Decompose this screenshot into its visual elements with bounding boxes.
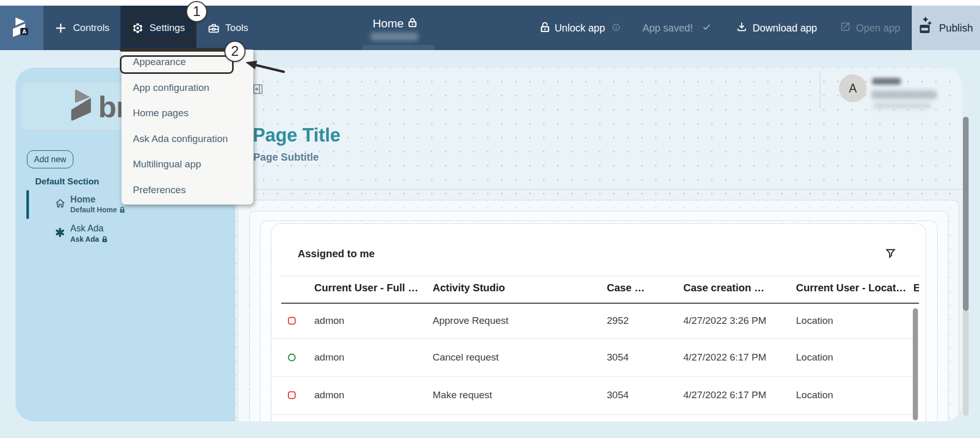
download-app-button[interactable]: Download app <box>736 6 817 50</box>
section-title: Default Section <box>35 177 99 187</box>
cell-location: Location <box>796 352 833 363</box>
collapse-sidebar-icon[interactable] <box>253 84 263 96</box>
cell-case: 3054 <box>607 352 629 363</box>
publish-icon <box>919 17 933 36</box>
filter-icon[interactable] <box>885 248 896 261</box>
cell-activity: Approve Request <box>433 315 509 326</box>
open-app-button[interactable]: Open app <box>840 6 900 50</box>
sidebar-item-home-subtitle: Default Home <box>70 206 125 214</box>
cell-user: admon <box>314 352 344 363</box>
lock-icon <box>119 207 125 213</box>
sidebar-item-subtitle-text: Ask Ada <box>70 235 99 243</box>
lock-open-icon <box>541 22 549 35</box>
table-scrollbar-thumb[interactable] <box>913 308 918 420</box>
cell-activity: Make request <box>433 389 492 401</box>
column-header[interactable]: Case … <box>607 282 645 294</box>
step2-highlight-band <box>120 48 234 52</box>
svg-text:A: A <box>22 28 26 35</box>
status-icon <box>288 317 296 325</box>
menu-item[interactable]: Preferences <box>133 184 186 196</box>
layout-guide-line <box>236 189 962 190</box>
menu-item[interactable]: Ask Ada configuration <box>133 133 228 145</box>
cell-created: 4/27/2022 6:17 PM <box>683 352 767 363</box>
controls-label: Controls <box>73 22 110 34</box>
step2-arrow <box>235 52 292 77</box>
cell-location: Location <box>796 315 833 326</box>
home-icon <box>54 197 66 211</box>
app-logo-tile[interactable]: A <box>0 6 43 50</box>
lock-icon <box>102 236 108 243</box>
redacted-username <box>872 78 901 85</box>
page-scrollbar-thumb[interactable] <box>963 117 969 311</box>
menu-item[interactable]: Home pages <box>133 107 189 119</box>
menu-item[interactable]: Multilingual app <box>133 159 201 170</box>
page-canvas: Page Title Page Subtitle A Assigned to m… <box>236 68 962 421</box>
download-app-label: Download app <box>753 22 817 34</box>
cell-created: 4/27/2022 3:26 PM <box>683 315 767 326</box>
header-divider <box>820 71 820 108</box>
toolbox-icon <box>208 22 220 34</box>
column-header[interactable]: E <box>913 282 919 294</box>
table-header-top-rule <box>281 276 919 276</box>
avatar-letter: A <box>849 82 856 96</box>
home-tab-label: Home <box>373 17 404 30</box>
step1-badge: 1 <box>186 1 207 22</box>
sidebar-item-home[interactable]: Home <box>70 194 96 205</box>
page-scrollbar-track <box>963 311 969 416</box>
step1-highlight-rect <box>128 15 195 40</box>
active-tab-strip <box>362 45 435 50</box>
cell-created: 4/27/2022 6:17 PM <box>683 389 767 401</box>
sidebar-item-ask-ada[interactable]: Ask Ada <box>70 223 103 234</box>
external-link-icon <box>840 21 851 35</box>
assigned-to-me-widget: Assigned to me Current User - Full … Act… <box>272 230 919 421</box>
redacted-email <box>871 90 937 99</box>
page-subtitle: Page Subtitle <box>253 151 319 163</box>
status-icon <box>288 353 296 361</box>
active-page-tab[interactable]: Home <box>341 6 455 50</box>
page-title: Page Title <box>253 124 340 146</box>
cell-case: 2952 <box>607 315 629 326</box>
lock-icon <box>408 17 417 30</box>
app-window: A Controls Settings Tools Home <box>0 0 980 438</box>
step2-highlight-rect <box>120 55 234 74</box>
table-row[interactable]: admon Make request 3054 4/27/2022 6:17 P… <box>272 377 919 415</box>
unlock-app-button[interactable]: Unlock app <box>541 6 620 50</box>
cell-case: 3054 <box>607 389 629 401</box>
avatar[interactable]: A <box>839 74 867 102</box>
info-icon[interactable] <box>612 22 620 34</box>
column-header[interactable]: Activity Studio <box>433 282 505 294</box>
controls-menu-button[interactable]: Controls <box>43 6 120 50</box>
cell-user: admon <box>314 315 344 326</box>
download-icon <box>736 21 747 35</box>
column-header[interactable]: Case creation … <box>683 282 764 294</box>
selected-item-indicator <box>26 190 29 219</box>
sidebar-item-ask-ada-subtitle: Ask Ada <box>70 235 108 243</box>
column-header[interactable]: Current User - Locat… <box>796 282 906 294</box>
redacted-app-name <box>370 33 419 41</box>
app-saved-label: App saved! <box>642 22 693 34</box>
tools-label: Tools <box>225 22 248 34</box>
widget-title: Assigned to me <box>298 248 375 260</box>
check-icon <box>701 22 712 34</box>
sidebar-item-subtitle-text: Default Home <box>70 206 117 214</box>
cell-activity: Cancel request <box>433 352 499 363</box>
unlock-app-label: Unlock app <box>555 22 605 34</box>
column-header[interactable]: Current User - Full … <box>314 282 418 294</box>
bizagi-apps-logo-icon: A <box>13 17 29 38</box>
plus-icon <box>54 22 67 35</box>
ask-ada-icon <box>55 227 65 240</box>
table-row[interactable]: admon Cancel request 3054 4/27/2022 6:17… <box>272 339 919 377</box>
table-row[interactable]: admon Approve Request 2952 4/27/2022 3:2… <box>272 304 919 339</box>
redacted-user-info <box>873 103 931 108</box>
add-new-button[interactable]: Add new <box>27 150 73 168</box>
add-new-label: Add new <box>34 155 66 164</box>
app-saved-status: App saved! <box>642 6 712 50</box>
cell-location: Location <box>796 389 833 401</box>
publish-button[interactable]: Publish <box>912 6 980 50</box>
status-icon <box>288 392 296 399</box>
cell-user: admon <box>314 389 344 401</box>
app-logo-glyph <box>71 89 91 121</box>
publish-label: Publish <box>939 22 973 34</box>
menu-item[interactable]: App configuration <box>133 82 209 93</box>
open-app-label: Open app <box>856 22 900 34</box>
